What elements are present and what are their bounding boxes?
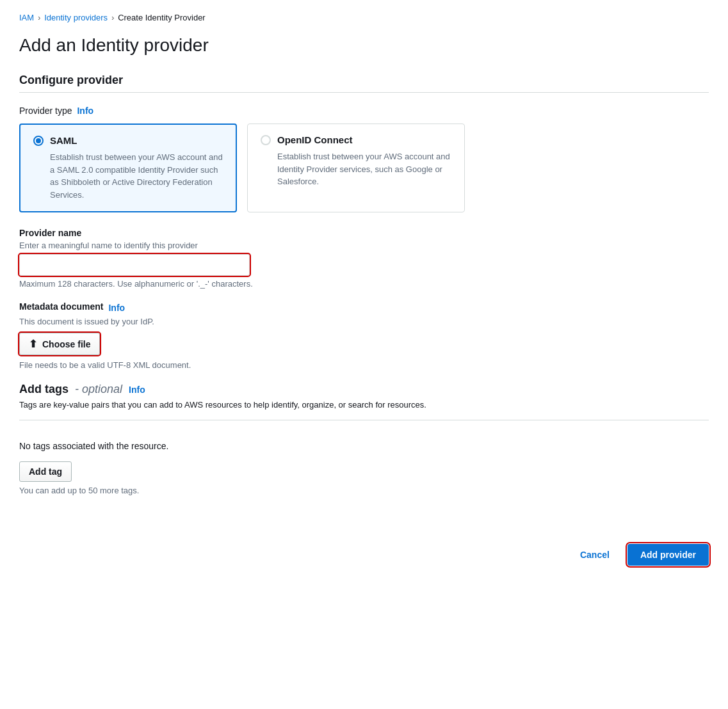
add-tags-divider [19, 420, 709, 420]
saml-card-header: SAML [33, 135, 223, 146]
add-tags-header: Add tags - optional Info [19, 383, 709, 396]
saml-card[interactable]: SAML Establish trust between your AWS ac… [19, 123, 237, 212]
provider-name-note: Maximum 128 characters. Use alphanumeric… [19, 279, 709, 289]
provider-name-hint: Enter a meaningful name to identify this… [19, 241, 709, 250]
add-provider-button[interactable]: Add provider [627, 544, 709, 566]
breadcrumb-iam[interactable]: IAM [19, 13, 34, 22]
openid-description: Establish trust between your AWS account… [261, 150, 451, 188]
openid-radio[interactable] [261, 135, 271, 145]
metadata-hint: This document is issued by your IdP. [19, 317, 709, 326]
metadata-info-link[interactable]: Info [108, 303, 125, 313]
choose-file-button[interactable]: ⬆ Choose file [19, 333, 100, 355]
provider-type-row: Provider type Info [19, 106, 709, 116]
page-footer: Cancel Add provider [19, 534, 709, 566]
breadcrumb: IAM › Identity providers › Create Identi… [19, 13, 709, 22]
openid-card[interactable]: OpenID Connect Establish trust between y… [247, 123, 465, 212]
add-tags-title: Add tags [19, 383, 69, 396]
cancel-button[interactable]: Cancel [572, 545, 617, 565]
breadcrumb-current: Create Identity Provider [118, 13, 206, 22]
breadcrumb-sep-1: › [38, 13, 40, 22]
openid-title: OpenID Connect [277, 134, 353, 145]
configure-provider-divider [19, 92, 709, 93]
metadata-document-field: Metadata document Info This document is … [19, 301, 709, 370]
metadata-label-row: Metadata document Info [19, 301, 709, 314]
provider-type-label: Provider type [19, 106, 72, 116]
add-tag-hint: You can add up to 50 more tags. [19, 486, 709, 495]
add-tag-button[interactable]: Add tag [19, 461, 72, 482]
saml-radio[interactable] [33, 136, 44, 146]
configure-provider-heading: Configure provider [19, 74, 709, 87]
saml-title: SAML [50, 135, 77, 146]
provider-type-cards: SAML Establish trust between your AWS ac… [19, 123, 709, 212]
upload-icon: ⬆ [29, 338, 37, 350]
no-tags-text: No tags associated with the resource. [19, 433, 709, 451]
provider-type-info-link[interactable]: Info [77, 106, 93, 116]
choose-file-label: Choose file [42, 339, 90, 349]
provider-name-label: Provider name [19, 228, 709, 238]
tags-description: Tags are key-value pairs that you can ad… [19, 400, 709, 410]
page-title: Add an Identity provider [19, 35, 709, 56]
breadcrumb-identity-providers[interactable]: Identity providers [44, 13, 108, 22]
file-note: File needs to be a valid UTF-8 XML docum… [19, 360, 709, 370]
metadata-label: Metadata document [19, 301, 103, 312]
saml-description: Establish trust between your AWS account… [33, 151, 223, 201]
add-tag-label: Add tag [29, 466, 62, 477]
breadcrumb-sep-2: › [111, 13, 114, 22]
add-tags-optional: - optional [75, 383, 122, 396]
openid-card-header: OpenID Connect [261, 134, 451, 145]
provider-name-field: Provider name Enter a meaningful name to… [19, 228, 709, 289]
add-tags-info-link[interactable]: Info [129, 385, 145, 395]
provider-name-input[interactable] [19, 254, 250, 276]
